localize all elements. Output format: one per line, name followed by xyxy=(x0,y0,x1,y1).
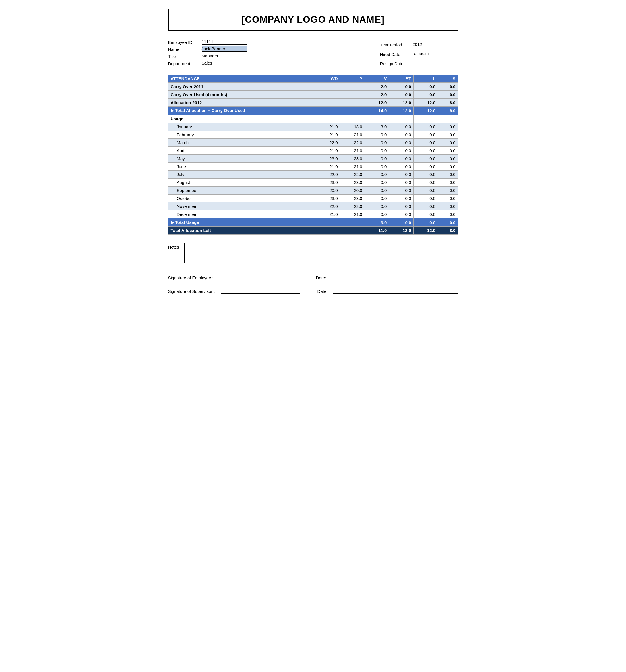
row-wd xyxy=(316,99,340,106)
hired-date-value: 3-Jan-11 xyxy=(413,51,458,57)
resign-date-value xyxy=(413,65,458,66)
row-v: 0.0 xyxy=(365,139,389,147)
row-p xyxy=(340,83,365,91)
row-wd: 21.0 xyxy=(316,123,340,131)
row-bt xyxy=(389,115,413,123)
table-row: ▶ Total Allocation + Carry Over Used14.0… xyxy=(168,106,458,115)
row-v: 0.0 xyxy=(365,187,389,194)
row-l: 0.0 xyxy=(413,83,438,91)
row-p: 21.0 xyxy=(340,211,365,218)
table-row: December21.021.00.00.00.00.0 xyxy=(168,211,458,218)
table-row: February21.021.00.00.00.00.0 xyxy=(168,131,458,139)
row-v: 12.0 xyxy=(365,99,389,106)
row-l: 0.0 xyxy=(413,178,438,187)
company-header: [COMPANY LOGO AND NAME] xyxy=(168,8,458,31)
notes-label: Notes : xyxy=(168,243,182,249)
row-s: 0.0 xyxy=(438,131,458,139)
row-bt: 12.0 xyxy=(389,99,413,106)
row-label: ▶ Total Usage xyxy=(168,218,316,227)
company-name: [COMPANY LOGO AND NAME] xyxy=(171,14,455,25)
col-wd: WD xyxy=(316,75,340,83)
row-wd xyxy=(316,106,340,115)
row-l: 0.0 xyxy=(413,202,438,211)
row-s: 0.0 xyxy=(438,139,458,147)
row-s: 8.0 xyxy=(438,99,458,106)
row-label: April xyxy=(168,147,316,155)
row-bt: 12.0 xyxy=(389,106,413,115)
row-l: 0.0 xyxy=(413,123,438,131)
row-label: September xyxy=(168,187,316,194)
row-p xyxy=(340,91,365,99)
row-label: November xyxy=(168,202,316,211)
row-v: 11.0 xyxy=(365,227,389,235)
row-s: 0.0 xyxy=(438,123,458,131)
notes-box[interactable] xyxy=(184,243,458,263)
resign-date-label: Resign Date xyxy=(380,61,404,66)
col-s: S xyxy=(438,75,458,83)
row-p xyxy=(340,99,365,106)
row-label: Carry Over Used (4 months) xyxy=(168,91,316,99)
row-p: 22.0 xyxy=(340,139,365,147)
info-section: Employee ID : 11111 Name : Jack Banner T… xyxy=(168,39,458,66)
row-label: June xyxy=(168,163,316,171)
row-wd: 21.0 xyxy=(316,163,340,171)
row-wd: 22.0 xyxy=(316,139,340,147)
name-label: Name xyxy=(168,47,193,52)
name-value: Jack Banner xyxy=(202,46,247,52)
row-p: 21.0 xyxy=(340,163,365,171)
row-label: January xyxy=(168,123,316,131)
col-v: V xyxy=(365,75,389,83)
row-wd: 21.0 xyxy=(316,131,340,139)
row-bt: 0.0 xyxy=(389,91,413,99)
row-label: December xyxy=(168,211,316,218)
row-s: 0.0 xyxy=(438,202,458,211)
table-row: May23.023.00.00.00.00.0 xyxy=(168,155,458,163)
supervisor-signature-row: Signature of Supervisor : Date: xyxy=(168,288,458,294)
employee-id-label: Employee ID xyxy=(168,40,193,45)
row-wd xyxy=(316,218,340,227)
row-s: 0.0 xyxy=(438,163,458,171)
row-bt: 0.0 xyxy=(389,194,413,202)
row-bt: 0.0 xyxy=(389,155,413,163)
table-row: April21.021.00.00.00.00.0 xyxy=(168,147,458,155)
table-row: March22.022.00.00.00.00.0 xyxy=(168,139,458,147)
row-l: 0.0 xyxy=(413,194,438,202)
row-bt: 0.0 xyxy=(389,171,413,178)
row-l: 0.0 xyxy=(413,131,438,139)
table-row: January21.018.03.00.00.00.0 xyxy=(168,123,458,131)
row-wd: 23.0 xyxy=(316,178,340,187)
row-l: 12.0 xyxy=(413,106,438,115)
row-bt: 0.0 xyxy=(389,211,413,218)
employee-date-line xyxy=(332,274,458,280)
table-row: September20.020.00.00.00.00.0 xyxy=(168,187,458,194)
row-bt: 0.0 xyxy=(389,139,413,147)
row-p: 23.0 xyxy=(340,155,365,163)
row-s: 0.0 xyxy=(438,91,458,99)
row-l: 12.0 xyxy=(413,99,438,106)
table-row: August23.023.00.00.00.00.0 xyxy=(168,178,458,187)
row-v: 0.0 xyxy=(365,155,389,163)
row-p: 21.0 xyxy=(340,131,365,139)
row-v: 3.0 xyxy=(365,123,389,131)
row-v: 0.0 xyxy=(365,211,389,218)
row-wd: 20.0 xyxy=(316,187,340,194)
employee-signature-row: Signature of Employee : Date: xyxy=(168,274,458,280)
row-p: 21.0 xyxy=(340,147,365,155)
row-s xyxy=(438,115,458,123)
row-v: 14.0 xyxy=(365,106,389,115)
row-l: 0.0 xyxy=(413,155,438,163)
table-row: Carry Over 20112.00.00.00.0 xyxy=(168,83,458,91)
signature-section: Signature of Employee : Date: Signature … xyxy=(168,274,458,294)
row-l: 0.0 xyxy=(413,91,438,99)
department-label: Department xyxy=(168,61,193,66)
row-bt: 0.0 xyxy=(389,83,413,91)
row-v: 2.0 xyxy=(365,91,389,99)
table-row: Carry Over Used (4 months)2.00.00.00.0 xyxy=(168,91,458,99)
row-s: 0.0 xyxy=(438,187,458,194)
row-s: 0.0 xyxy=(438,83,458,91)
row-label: Total Allocation Left xyxy=(168,227,316,235)
attendance-table: ATTENDANCE WD P V BT L S Carry Over 2011… xyxy=(168,74,458,235)
row-wd xyxy=(316,91,340,99)
row-wd: 21.0 xyxy=(316,147,340,155)
row-v: 0.0 xyxy=(365,202,389,211)
